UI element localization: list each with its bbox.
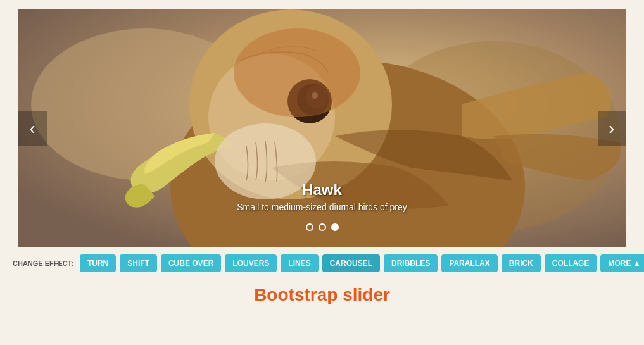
controls-bar: CHANGE EFFECT: TURN SHIFT CUBE OVER LOUV… — [0, 247, 644, 280]
indicator-2[interactable] — [319, 223, 326, 231]
next-icon: › — [609, 118, 614, 139]
effect-carousel-button[interactable]: CAROUSEL — [322, 254, 380, 272]
effect-collage-button[interactable]: COLLAGE — [545, 254, 597, 272]
effect-shift-button[interactable]: SHIFT — [120, 254, 157, 272]
effect-parallax-button[interactable]: PARALLAX — [441, 254, 497, 272]
prev-icon: ‹ — [29, 118, 35, 139]
effect-dribbles-button[interactable]: DRIBBLES — [384, 254, 438, 272]
effect-lines-button[interactable]: LINES — [281, 254, 318, 272]
carousel-prev-button[interactable]: ‹ — [18, 111, 47, 146]
effect-more-button[interactable]: MORE ▲ — [600, 254, 644, 272]
effect-cube-over-button[interactable]: CUBE OVER — [161, 254, 221, 272]
effect-louvers-button[interactable]: LOUVERS — [225, 254, 277, 272]
svg-point-11 — [234, 28, 360, 117]
controls-label: CHANGE EFFECT: — [13, 260, 73, 267]
carousel-caption: Hawk Small to medium-sized diurnal birds… — [237, 181, 407, 212]
caption-subtitle: Small to medium-sized diurnal birds of p… — [237, 202, 407, 212]
footer-title: Bootstrap slider — [0, 285, 644, 305]
carousel-container: ‹ › Hawk Small to medium-sized diurnal b… — [18, 9, 626, 247]
carousel-indicators — [306, 223, 339, 231]
indicator-1[interactable] — [306, 223, 313, 231]
indicator-3[interactable] — [331, 223, 339, 231]
effect-turn-button[interactable]: TURN — [80, 254, 116, 272]
carousel-next-button[interactable]: › — [598, 111, 626, 146]
effect-brick-button[interactable]: BRICK — [502, 254, 541, 272]
caption-title: Hawk — [237, 181, 407, 199]
